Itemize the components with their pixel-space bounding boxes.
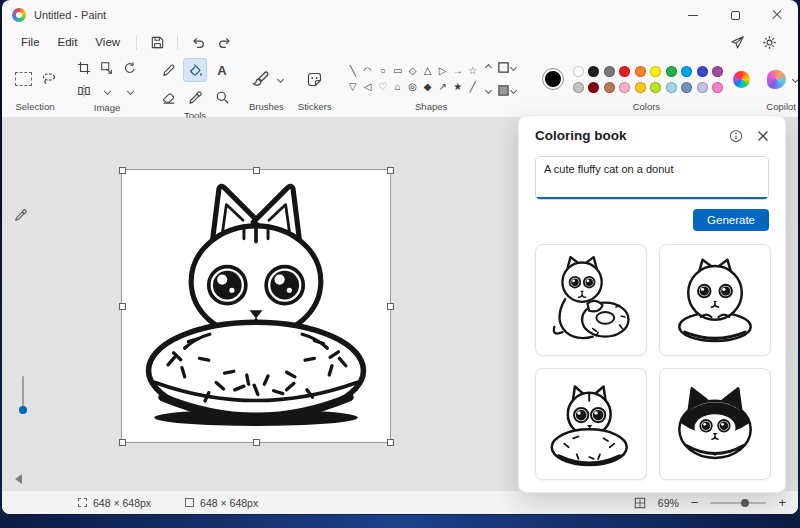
color-swatch[interactable]	[712, 82, 723, 93]
text-tool-button[interactable]: A	[210, 58, 234, 82]
color-swatch[interactable]	[604, 66, 615, 77]
shape-button[interactable]: ◁	[361, 80, 375, 94]
windows-taskbar[interactable]	[0, 515, 800, 528]
shape-button[interactable]: ⌂	[391, 80, 405, 94]
selection-handle[interactable]	[253, 167, 260, 174]
color-swatch[interactable]	[588, 66, 599, 77]
color-swatch[interactable]	[619, 66, 630, 77]
menu-edit[interactable]: Edit	[49, 34, 87, 50]
zoom-slider-thumb[interactable]	[741, 499, 749, 507]
edit-colors-button[interactable]	[733, 71, 750, 88]
primary-color-swatch[interactable]	[543, 69, 563, 89]
color-swatch[interactable]	[666, 82, 677, 93]
menu-view[interactable]: View	[86, 34, 129, 50]
stickers-button[interactable]	[303, 67, 327, 91]
chevron-down-icon[interactable]	[277, 75, 284, 82]
fit-to-screen-icon[interactable]	[634, 497, 646, 509]
shape-button[interactable]: →	[451, 64, 465, 78]
brushes-button[interactable]	[249, 67, 273, 91]
pencil-tool-button[interactable]	[156, 58, 180, 82]
selection-handle[interactable]	[387, 167, 394, 174]
generate-button[interactable]: Generate	[693, 209, 769, 231]
zoom-level[interactable]: 69%	[658, 497, 679, 509]
color-swatch[interactable]	[681, 82, 692, 93]
color-swatch[interactable]	[650, 66, 661, 77]
shape-button[interactable]: ◎	[406, 80, 420, 94]
selection-handle[interactable]	[119, 439, 126, 446]
collapse-arrow-icon[interactable]	[15, 474, 22, 484]
fill-tool-button[interactable]	[183, 58, 207, 82]
shape-button[interactable]: ♡	[376, 80, 390, 94]
zoom-slider[interactable]	[710, 502, 766, 504]
shape-button[interactable]: △	[421, 64, 435, 78]
close-button[interactable]	[756, 0, 798, 30]
lasso-select-button[interactable]	[39, 69, 59, 89]
maximize-button[interactable]	[714, 0, 756, 30]
size-slider-thumb[interactable]	[19, 406, 27, 414]
minimize-button[interactable]	[672, 0, 714, 30]
menu-file[interactable]: File	[12, 34, 49, 50]
color-swatch[interactable]	[697, 66, 708, 77]
shape-button[interactable]: ╲	[346, 64, 360, 78]
color-swatch[interactable]	[635, 66, 646, 77]
scroll-down-icon[interactable]	[485, 87, 492, 94]
shape-button[interactable]: ◠	[361, 64, 375, 78]
shape-button[interactable]: ☆	[466, 64, 480, 78]
result-thumbnail-2[interactable]	[659, 244, 771, 356]
flip-button[interactable]	[74, 81, 94, 101]
color-swatch[interactable]	[650, 82, 661, 93]
chevron-down-icon[interactable]	[792, 75, 798, 82]
save-button[interactable]	[144, 31, 170, 53]
zoom-in-button[interactable]: +	[778, 496, 786, 509]
eraser-tool-button[interactable]	[156, 85, 180, 109]
drawing-canvas[interactable]	[122, 170, 390, 442]
color-swatch[interactable]	[573, 66, 584, 77]
result-thumbnail-1[interactable]	[535, 244, 647, 356]
shape-button[interactable]: ╱	[466, 80, 480, 94]
undo-button[interactable]	[185, 31, 211, 53]
side-eyedropper-icon[interactable]	[14, 208, 28, 222]
color-swatch[interactable]	[573, 82, 584, 93]
eyedropper-tool-button[interactable]	[183, 85, 207, 109]
settings-button[interactable]	[756, 31, 782, 53]
redo-button[interactable]	[211, 31, 237, 53]
selection-handle[interactable]	[253, 439, 260, 446]
selection-handle[interactable]	[119, 303, 126, 310]
color-swatch[interactable]	[604, 82, 615, 93]
color-swatch[interactable]	[697, 82, 708, 93]
color-swatch[interactable]	[619, 82, 630, 93]
result-thumbnail-4[interactable]	[659, 368, 771, 480]
panel-close-icon[interactable]	[757, 130, 769, 142]
color-swatch[interactable]	[588, 82, 599, 93]
prompt-input[interactable]: A cute fluffy cat on a donut	[536, 157, 768, 199]
info-icon[interactable]	[729, 129, 743, 143]
shape-button[interactable]: ○	[376, 64, 390, 78]
crop-button[interactable]	[74, 58, 94, 78]
copilot-button[interactable]	[764, 67, 788, 91]
resize-button[interactable]	[97, 58, 117, 78]
shape-button[interactable]: ◇	[406, 64, 420, 78]
shape-button[interactable]: ▷	[436, 64, 450, 78]
result-thumbnail-3[interactable]	[535, 368, 647, 480]
chevron-down-icon[interactable]	[104, 87, 111, 94]
color-swatch[interactable]	[681, 66, 692, 77]
selection-handle[interactable]	[119, 167, 126, 174]
shape-button[interactable]: ▭	[391, 64, 405, 78]
selection-handle[interactable]	[387, 303, 394, 310]
magnifier-tool-button[interactable]	[210, 85, 234, 109]
shape-outline-button[interactable]	[497, 58, 517, 78]
shape-button[interactable]: ↗	[436, 80, 450, 94]
size-slider[interactable]	[22, 376, 24, 410]
zoom-out-button[interactable]: −	[691, 496, 699, 509]
scroll-up-icon[interactable]	[485, 64, 492, 71]
rotate-button[interactable]	[120, 58, 140, 78]
shape-button[interactable]: ◆	[421, 80, 435, 94]
color-swatch[interactable]	[666, 66, 677, 77]
share-button[interactable]	[724, 31, 750, 53]
rectangle-select-button[interactable]	[11, 67, 35, 91]
shape-button[interactable]: ▽	[346, 80, 360, 94]
chevron-down-icon[interactable]	[127, 87, 134, 94]
shape-button[interactable]: ★	[451, 80, 465, 94]
color-swatch[interactable]	[712, 66, 723, 77]
color-swatch[interactable]	[635, 82, 646, 93]
